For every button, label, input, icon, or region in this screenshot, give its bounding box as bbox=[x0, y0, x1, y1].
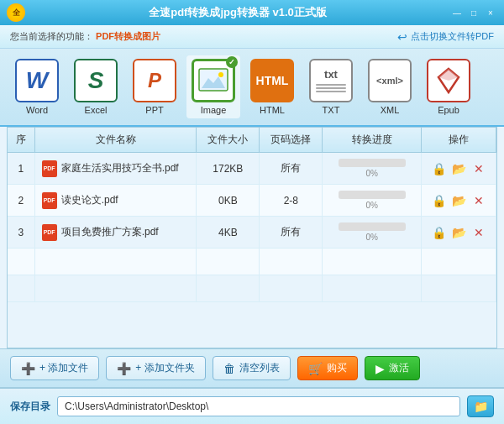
xml-label: XML bbox=[381, 105, 400, 115]
ppt-tool[interactable]: P PPT bbox=[128, 55, 181, 118]
row-progress: 0% bbox=[323, 185, 422, 217]
add-folder-button[interactable]: ➕ + 添加文件夹 bbox=[106, 356, 205, 380]
empty-row bbox=[8, 275, 496, 302]
html-icon-box: HTML bbox=[250, 59, 294, 102]
view-file-icon[interactable]: 🔒 bbox=[431, 193, 446, 208]
progress-bar bbox=[339, 191, 406, 199]
col-header-name: 文件名称 bbox=[34, 128, 197, 153]
word-label: Word bbox=[26, 105, 48, 115]
buy-button[interactable]: 🛒 购买 bbox=[297, 356, 358, 380]
add-folder-icon: ➕ bbox=[117, 362, 131, 375]
table-row: 2 PDF读史论文.pdf 0KB 2-8 0% 🔒 📂 ✕ bbox=[8, 185, 496, 217]
view-file-icon[interactable]: 🔒 bbox=[431, 225, 446, 240]
active-check-icon: ✓ bbox=[226, 56, 238, 68]
row-pages: 所有 bbox=[260, 217, 323, 249]
col-header-size: 文件大小 bbox=[197, 128, 260, 153]
add-file-button[interactable]: ➕ + 添加文件 bbox=[10, 356, 99, 380]
progress-text: 0% bbox=[365, 169, 377, 178]
excel-tool[interactable]: S Excel bbox=[69, 55, 123, 118]
txt-tool[interactable]: txt TXT bbox=[304, 55, 358, 118]
xml-icon-box: <xml> bbox=[368, 59, 412, 102]
delete-row-icon[interactable]: ✕ bbox=[471, 225, 486, 240]
html-tool[interactable]: HTML HTML bbox=[245, 55, 299, 118]
col-header-num: 序 bbox=[8, 128, 34, 153]
app-window: 全 全速pdf转换成jpg转换器 v1.0正式版 — □ × 您当前选择的功能：… bbox=[0, 0, 504, 424]
row-num: 2 bbox=[8, 185, 34, 217]
open-folder-icon[interactable]: 📂 bbox=[451, 225, 466, 240]
ppt-icon-box: P bbox=[133, 59, 176, 102]
row-actions: 🔒 📂 ✕ bbox=[422, 153, 496, 185]
col-header-progress: 转换进度 bbox=[323, 128, 422, 153]
progress-text: 0% bbox=[365, 201, 377, 210]
row-progress: 0% bbox=[323, 153, 422, 185]
epub-label: Epub bbox=[438, 105, 459, 115]
progress-bar bbox=[339, 222, 406, 231]
app-title: 全速pdf转换成jpg转换器 v1.0正式版 bbox=[25, 5, 450, 20]
top-bar: 您当前选择的功能： PDF转换成图片 ↩ 点击切换文件转PDF bbox=[0, 25, 504, 49]
minimize-button[interactable]: — bbox=[450, 6, 464, 19]
pdf-file-icon: PDF bbox=[42, 224, 57, 241]
progress-text: 0% bbox=[365, 233, 377, 242]
progress-bar bbox=[339, 159, 406, 167]
image-label: Image bbox=[201, 105, 227, 115]
epub-tool[interactable]: Epub bbox=[422, 55, 475, 118]
restore-button[interactable]: □ bbox=[467, 6, 480, 19]
file-table: 序 文件名称 文件大小 页码选择 转换进度 操作 1 PDF家庭生活实用技巧全书… bbox=[8, 128, 496, 302]
window-controls: — □ × bbox=[450, 6, 497, 19]
excel-icon-box: S bbox=[74, 59, 118, 102]
html-label: HTML bbox=[260, 105, 285, 115]
close-button[interactable]: × bbox=[484, 6, 497, 19]
row-num: 1 bbox=[8, 153, 34, 185]
save-path-label: 保存目录 bbox=[10, 400, 50, 414]
row-size: 4KB bbox=[197, 217, 260, 249]
activate-button[interactable]: ▶ 激活 bbox=[365, 356, 420, 380]
row-actions: 🔒 📂 ✕ bbox=[422, 185, 496, 217]
save-path-bar: 保存目录 📁 bbox=[0, 388, 504, 424]
save-path-input[interactable] bbox=[57, 396, 460, 416]
title-bar: 全 全速pdf转换成jpg转换器 v1.0正式版 — □ × bbox=[0, 0, 504, 25]
add-file-icon: ➕ bbox=[21, 362, 35, 375]
xml-tool[interactable]: <xml> XML bbox=[363, 55, 417, 118]
app-logo: 全 bbox=[7, 3, 25, 22]
clear-list-button[interactable]: 🗑 清空列表 bbox=[213, 356, 291, 380]
empty-row bbox=[8, 249, 496, 275]
activate-icon: ▶ bbox=[375, 362, 385, 375]
col-header-action: 操作 bbox=[422, 128, 496, 153]
row-progress: 0% bbox=[323, 217, 422, 249]
view-file-icon[interactable]: 🔒 bbox=[431, 161, 446, 176]
table-row: 3 PDF项目免费推广方案.pdf 4KB 所有 0% 🔒 📂 ✕ bbox=[8, 217, 496, 249]
format-toolbar: W Word S Excel P PPT ✓ bbox=[0, 49, 504, 127]
row-size: 172KB bbox=[197, 153, 260, 185]
word-tool[interactable]: W Word bbox=[10, 55, 64, 118]
svg-point-2 bbox=[218, 72, 223, 77]
clear-icon: 🗑 bbox=[223, 362, 235, 375]
col-header-pages: 页码选择 bbox=[260, 128, 323, 153]
row-filename: PDF项目免费推广方案.pdf bbox=[34, 217, 197, 249]
word-icon-box: W bbox=[15, 59, 59, 102]
epub-icon-box bbox=[427, 59, 470, 102]
delete-row-icon[interactable]: ✕ bbox=[471, 161, 486, 176]
row-actions: 🔒 📂 ✕ bbox=[422, 217, 496, 249]
row-filename: PDF读史论文.pdf bbox=[34, 185, 197, 217]
bottom-toolbar: ➕ + 添加文件 ➕ + 添加文件夹 🗑 清空列表 🛒 购买 ▶ 激活 bbox=[0, 348, 504, 388]
image-tool[interactable]: ✓ Image bbox=[186, 55, 240, 118]
image-svg-icon bbox=[198, 68, 228, 93]
row-size: 0KB bbox=[197, 185, 260, 217]
ppt-label: PPT bbox=[145, 105, 163, 115]
open-folder-icon[interactable]: 📂 bbox=[451, 193, 466, 208]
delete-row-icon[interactable]: ✕ bbox=[471, 193, 486, 208]
buy-icon: 🛒 bbox=[308, 362, 323, 375]
browse-folder-button[interactable]: 📁 bbox=[467, 395, 494, 417]
pdf-file-icon: PDF bbox=[42, 160, 57, 177]
txt-label: TXT bbox=[323, 105, 340, 115]
row-filename: PDF家庭生活实用技巧全书.pdf bbox=[34, 153, 197, 185]
switch-to-pdf-link[interactable]: ↩ 点击切换文件转PDF bbox=[397, 30, 494, 44]
image-icon-box: ✓ bbox=[192, 59, 235, 102]
epub-svg-icon bbox=[433, 65, 464, 96]
open-folder-icon[interactable]: 📂 bbox=[451, 161, 466, 176]
row-pages: 2-8 bbox=[260, 185, 323, 217]
current-function-label: 您当前选择的功能： PDF转换成图片 bbox=[10, 30, 160, 43]
pdf-file-icon: PDF bbox=[42, 192, 57, 209]
row-num: 3 bbox=[8, 217, 34, 249]
folder-icon: 📁 bbox=[474, 400, 488, 413]
